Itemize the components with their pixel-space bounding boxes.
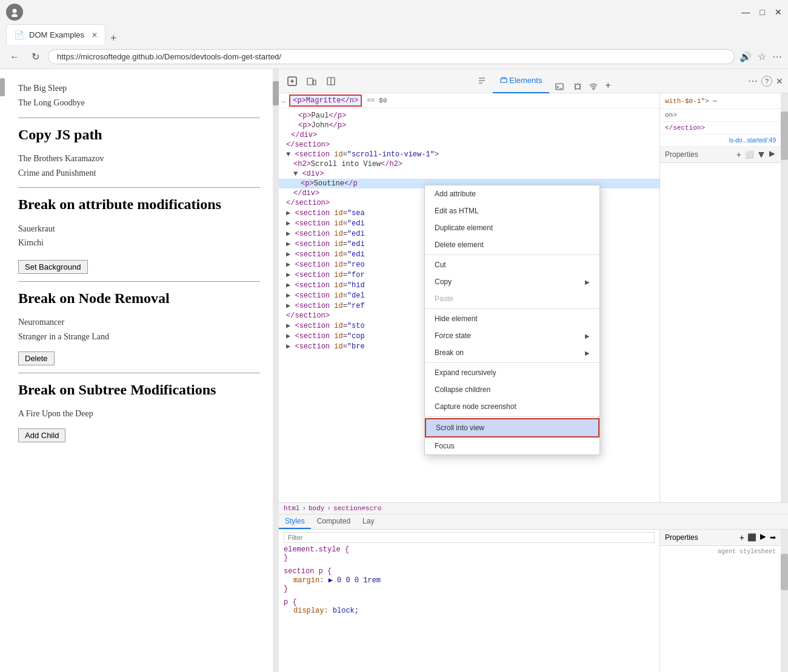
ctx-edit-html[interactable]: Edit as HTML xyxy=(425,202,599,219)
bug-button[interactable] xyxy=(570,80,586,93)
ctx-force-state[interactable]: Force state ▶ xyxy=(425,327,599,344)
inspect-element-button[interactable] xyxy=(284,74,301,88)
dom-line: <h2>Scroll into View</h2> xyxy=(279,159,659,169)
context-menu: Add attribute Edit as HTML Duplicate ele… xyxy=(424,185,600,455)
devtools-panel: Elements + ⋯ ? ✕ xyxy=(279,69,788,672)
style-rule-element: element.style { } xyxy=(284,545,655,562)
expand-right-icon[interactable]: ➡ xyxy=(770,533,776,542)
ctx-arrow-copy: ▶ xyxy=(585,279,590,285)
profile-avatar[interactable] xyxy=(6,4,23,21)
style-rule-selector: element.style { xyxy=(284,545,655,554)
ctx-expand[interactable]: Expand recursively xyxy=(425,364,599,381)
add-property-icon[interactable]: + xyxy=(736,150,741,159)
chevron-down-icon[interactable]: ⯆ xyxy=(758,150,765,159)
devtools-right-tools: ⋯ ? ✕ xyxy=(748,75,783,87)
forward-icon[interactable]: ⯈ xyxy=(760,533,767,542)
more-icon[interactable]: ⋯ xyxy=(772,51,782,62)
expand-icon[interactable]: ⯈ xyxy=(769,150,776,159)
source-link[interactable]: ls-do...started/:49 xyxy=(729,137,776,144)
dom-line: ▼ <section id="scroll-into-view-1"> xyxy=(279,150,659,159)
page-wrapper: The Big Sleep The Long Goodbye Copy JS p… xyxy=(0,69,279,672)
breadcrumb-item-html[interactable]: html xyxy=(284,505,299,512)
ctx-delete[interactable]: Delete element xyxy=(425,236,599,253)
ctx-capture[interactable]: Capture node screenshot xyxy=(425,398,599,415)
style-rule-p: p { display: block; xyxy=(284,598,655,615)
console-drawer-button[interactable] xyxy=(552,80,567,93)
refresh-button[interactable]: ↻ xyxy=(28,48,43,65)
help-icon[interactable]: ? xyxy=(761,76,772,87)
bottom-scroll-thumb xyxy=(781,554,788,590)
device-emulation-button[interactable] xyxy=(303,74,320,88)
maximize-button[interactable]: □ xyxy=(760,7,765,17)
computed-tab[interactable]: Computed xyxy=(311,514,356,529)
breadcrumb-item-body[interactable]: body xyxy=(309,505,324,512)
ctx-add-attribute[interactable]: Add attribute xyxy=(425,185,599,202)
dock-side-button[interactable] xyxy=(322,74,339,88)
tab-page-icon: 📄 xyxy=(14,30,24,40)
styles-tab[interactable]: Styles xyxy=(279,514,311,529)
ctx-cut[interactable]: Cut xyxy=(425,256,599,273)
divider-3 xyxy=(18,281,260,282)
items-list-3: Sauerkraut Kimchi xyxy=(18,222,260,251)
book-list-5: A Fire Upon the Deep xyxy=(18,407,260,421)
ctx-break-on[interactable]: Break on ▶ xyxy=(425,344,599,361)
wifi-button[interactable] xyxy=(586,80,601,93)
divider-4 xyxy=(18,373,260,373)
book-item: Neuromancer xyxy=(18,315,260,330)
add-tool-button[interactable]: + xyxy=(601,78,614,93)
plus-icon[interactable]: + xyxy=(740,533,744,542)
right-panel-node-info: with-$0-1"> ⋯ xyxy=(660,93,781,109)
ctx-label: Force state xyxy=(435,331,471,340)
ctx-hide[interactable]: Hide element xyxy=(425,310,599,327)
divider-1 xyxy=(18,118,260,118)
ctx-scroll-into-view[interactable]: Scroll into view xyxy=(425,418,599,437)
style-rule-close: } xyxy=(284,554,655,562)
source-link-area: ls-do...started/:49 xyxy=(660,135,781,147)
bottom-properties-content: agent stylesheet xyxy=(660,546,781,672)
main-area: The Big Sleep The Long Goodbye Copy JS p… xyxy=(0,69,788,672)
address-bar-icons: 🔊 ☆ ⋯ xyxy=(740,51,782,62)
layout-tab[interactable]: Lay xyxy=(356,514,380,529)
breadcrumb-item-section[interactable]: section#scro xyxy=(333,505,381,512)
tab-close-button[interactable]: ✕ xyxy=(92,31,98,39)
filter-input[interactable] xyxy=(284,532,655,543)
ctx-arrow-break: ▶ xyxy=(585,350,590,356)
tab-elements[interactable] xyxy=(473,69,493,93)
grid-icon[interactable]: ⬛ xyxy=(747,533,756,542)
more-tools-icon[interactable]: ⋯ xyxy=(748,75,758,87)
new-tab-button[interactable]: + xyxy=(105,32,122,45)
dom-ellipsis-row: … <p>Magritte</n> == $0 xyxy=(279,93,659,108)
devtools-tabs: Elements + xyxy=(473,69,615,93)
minimize-button[interactable]: — xyxy=(742,7,750,17)
style-rule-close-2: } xyxy=(284,585,655,593)
section-break-subtree: Break on Subtree Modifications A Fire Up… xyxy=(18,381,260,442)
list-item: Kimchi xyxy=(18,236,260,250)
tab-elements-text[interactable]: Elements xyxy=(493,69,549,93)
browser-tab[interactable]: 📄 DOM Examples ✕ xyxy=(6,24,105,45)
add-child-button[interactable]: Add Child xyxy=(18,428,65,442)
svg-point-8 xyxy=(575,84,580,89)
breadcrumb-bar: html › body › section#scro xyxy=(279,503,788,514)
tab-label: DOM Examples xyxy=(29,30,84,39)
ctx-copy[interactable]: Copy ▶ xyxy=(425,273,599,290)
url-input[interactable] xyxy=(48,49,735,64)
favorites-icon[interactable]: ☆ xyxy=(758,51,766,62)
set-background-button[interactable]: Set Background xyxy=(18,260,88,274)
read-aloud-icon[interactable]: 🔊 xyxy=(740,51,752,62)
highlighted-node[interactable]: <p>Magritte</n> xyxy=(289,95,362,107)
close-devtools-icon[interactable]: ✕ xyxy=(776,76,783,86)
ellipsis-icon: … xyxy=(281,96,285,105)
delete-button[interactable]: Delete xyxy=(18,351,55,365)
layout-icon[interactable]: ⬜ xyxy=(745,150,754,159)
bottom-properties-header: Properties + ⬛ ⯈ ➡ xyxy=(660,530,781,546)
ctx-label: Collapse children xyxy=(435,385,490,394)
dom-line: <p>Paul</p> xyxy=(279,111,659,121)
ctx-duplicate[interactable]: Duplicate element xyxy=(425,219,599,236)
ctx-collapse[interactable]: Collapse children xyxy=(425,381,599,398)
ctx-focus[interactable]: Focus xyxy=(425,437,599,454)
list-item: Sauerkraut xyxy=(18,222,260,236)
breadcrumb-sep: › xyxy=(302,505,306,512)
close-button[interactable]: ✕ xyxy=(775,7,782,17)
back-button[interactable]: ← xyxy=(6,49,23,65)
book-item: The Long Goodbye xyxy=(18,96,260,110)
